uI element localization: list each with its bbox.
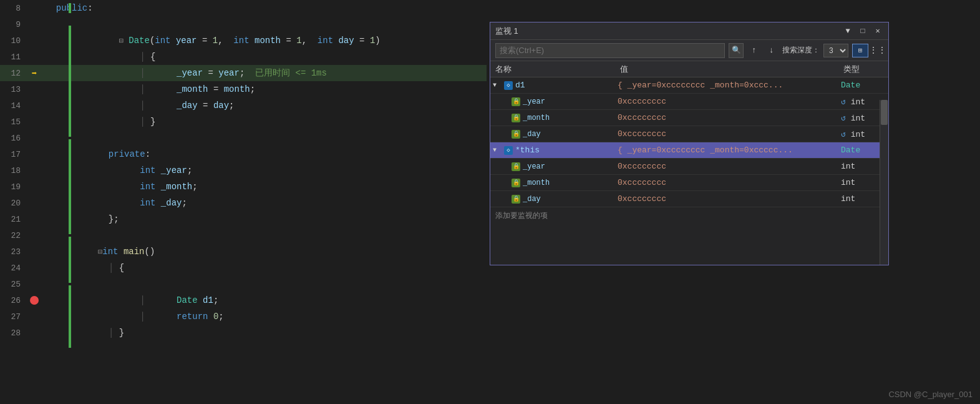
row-d1-value: { _year=0xcccccccc _month=0xccc... — [615, 81, 838, 90]
up-arrow-button[interactable]: ↑ — [747, 44, 761, 57]
row-d1year-value: 0xcccccccc — [615, 97, 838, 106]
expand-d1-icon[interactable]: ▼ — [493, 82, 502, 89]
code-editor: 8 public: 9 10 ⊟ Date(int year — [0, 0, 487, 404]
line-num-16: 16 — [0, 134, 28, 143]
row-this-value: { _year=0xcccccccc _month=0xccccc... — [615, 145, 838, 155]
watch-row-this-day[interactable]: 🔒 _day 0xcccccccc int — [490, 191, 888, 207]
down-arrow-button[interactable]: ↓ — [765, 44, 779, 57]
d1day-name-text: _day — [523, 130, 541, 139]
row-d1year-name: 🔒 _year — [490, 97, 615, 106]
line-num-18: 18 — [0, 166, 28, 175]
line-num-28: 28 — [0, 328, 28, 338]
line-num-17: 17 — [0, 150, 28, 159]
line-num-13: 13 — [0, 85, 28, 94]
d1month-name-text: _month — [523, 114, 550, 122]
watch-row-d1-year[interactable]: 🔒 _year 0xcccccccc ↺ int — [490, 94, 888, 110]
watch-row-d1-month[interactable]: 🔒 _month 0xcccccccc ↺ int — [490, 110, 888, 126]
d1-name-text: d1 — [515, 81, 525, 90]
thismonth-name-text: _month — [523, 179, 550, 187]
pin-button[interactable]: ⊞ — [852, 44, 868, 57]
line-num-21: 21 — [0, 215, 28, 224]
line-num-20: 20 — [0, 199, 28, 208]
code-line-21: 21 }; — [0, 211, 487, 227]
line-num-19: 19 — [0, 182, 28, 192]
d1year-name-text: _year — [523, 97, 545, 106]
line-num-15: 15 — [0, 117, 28, 127]
col-header-value: 值 — [615, 64, 838, 75]
maximize-icon[interactable]: □ — [857, 26, 868, 37]
expand-this-icon[interactable]: ▼ — [493, 147, 502, 154]
row-d1month-value: 0xcccccccc — [615, 113, 838, 122]
line-content-8: public: — [41, 3, 487, 13]
row-thisyear-name: 🔒 _year — [490, 162, 615, 171]
watch-row-this[interactable]: ▼ ◇ *this { _year=0xcccccccc _month=0xcc… — [490, 142, 888, 159]
code-line-28: 28 │ } — [0, 325, 487, 341]
line-arrow-26 — [28, 296, 41, 305]
watch-row-d1-day[interactable]: 🔒 _day 0xcccccccc ↺ int — [490, 126, 888, 142]
watermark: CSDN @C_player_001 — [888, 390, 973, 399]
more-options-icon[interactable]: ⋮⋮ — [872, 45, 883, 56]
line-num-23: 23 — [0, 247, 28, 257]
row-d1day-name: 🔒 _day — [490, 130, 615, 139]
row-thismonth-value: 0xcccccccc — [615, 178, 838, 187]
depth-label: 搜索深度： — [782, 45, 820, 56]
lock-icon-d1day: 🔒 — [512, 130, 520, 139]
line-num-24: 24 — [0, 264, 28, 273]
code-line-15: 15 │ } — [0, 114, 487, 130]
col-header-type: 类型 — [838, 64, 888, 75]
code-lines: 8 public: 9 10 ⊟ Date(int year — [0, 0, 487, 341]
lock-icon-d1year: 🔒 — [512, 97, 520, 106]
scrollbar-thumb[interactable] — [881, 100, 888, 125]
thisday-name-text: _day — [523, 195, 541, 204]
line-num-27: 27 — [0, 312, 28, 322]
cube-icon-d1: ◇ — [504, 81, 513, 90]
lock-icon-thisyear: 🔒 — [512, 162, 520, 171]
watch-table-header: 名称 值 类型 — [490, 61, 888, 77]
row-d1-name: ▼ ◇ d1 — [490, 81, 615, 90]
current-arrow-icon: ➡ — [32, 68, 37, 79]
watch-row-this-year[interactable]: 🔒 _year 0xcccccccc int — [490, 159, 888, 175]
line-arrow-12: ➡ — [28, 68, 41, 79]
line-num-12: 12 — [0, 69, 28, 78]
add-watch-label: 添加要监视的项 — [495, 210, 548, 221]
depth-select[interactable]: 3 1 2 4 5 — [823, 44, 848, 57]
close-icon[interactable]: ✕ — [872, 26, 883, 37]
this-name-text: *this — [515, 145, 540, 155]
watch-toolbar: 🔍 ↑ ↓ 搜索深度： 3 1 2 4 5 ⊞ ⋮⋮ — [490, 40, 888, 61]
lock-icon-thisday: 🔒 — [512, 195, 520, 204]
row-d1day-value: 0xcccccccc — [615, 129, 838, 139]
search-button[interactable]: 🔍 — [729, 43, 744, 58]
breakpoint-icon — [30, 296, 39, 305]
code-line-8: 8 public: — [0, 0, 487, 16]
thisyear-name-text: _year — [523, 162, 545, 171]
line-content-28: │ } — [41, 318, 487, 348]
col-header-name: 名称 — [490, 64, 615, 75]
lock-icon-d1month: 🔒 — [512, 114, 520, 122]
search-input[interactable] — [495, 43, 725, 58]
dropdown-icon[interactable]: ▼ — [842, 26, 853, 37]
watch-row-this-month[interactable]: 🔒 _month 0xcccccccc int — [490, 175, 888, 191]
row-thismonth-name: 🔒 _month — [490, 179, 615, 187]
watch-scrollbar[interactable] — [880, 100, 888, 265]
lock-icon-thismonth: 🔒 — [512, 179, 520, 187]
row-d1month-name: 🔒 _month — [490, 114, 615, 122]
line-num-14: 14 — [0, 101, 28, 111]
watch-window: 监视 1 ▼ □ ✕ 🔍 ↑ ↓ 搜索深度： 3 1 2 4 5 ⊞ ⋮⋮ 名称… — [490, 22, 889, 265]
titlebar-icons: ▼ □ ✕ — [842, 26, 883, 37]
line-num-10: 10 — [0, 36, 28, 46]
line-num-9: 9 — [0, 20, 28, 29]
line-num-8: 8 — [0, 4, 28, 13]
watch-window-title: 监视 1 — [495, 26, 842, 37]
watch-row-d1[interactable]: ▼ ◇ d1 { _year=0xcccccccc _month=0xccc..… — [490, 77, 888, 94]
row-d1-type: Date — [838, 81, 888, 90]
line-num-11: 11 — [0, 52, 28, 62]
line-num-26: 26 — [0, 296, 28, 305]
watch-titlebar: 监视 1 ▼ □ ✕ — [490, 22, 888, 40]
row-thisday-name: 🔒 _day — [490, 195, 615, 204]
row-this-name: ▼ ◇ *this — [490, 145, 615, 155]
cube-icon-this: ◇ — [504, 146, 513, 155]
row-thisyear-value: 0xcccccccc — [615, 162, 838, 171]
code-line-24: 24 │ { — [0, 260, 487, 276]
add-watch-row[interactable]: 添加要监视的项 — [490, 207, 888, 224]
line-num-25: 25 — [0, 280, 28, 289]
